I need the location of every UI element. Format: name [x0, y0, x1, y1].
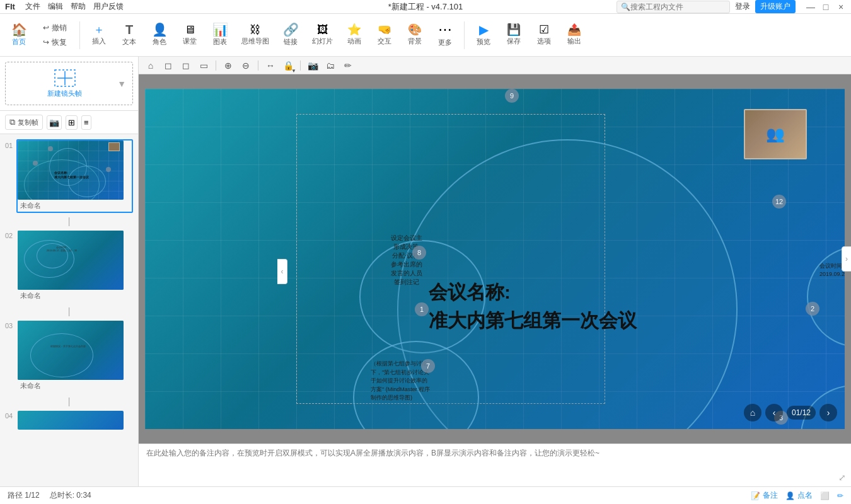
canvas-home-btn[interactable]: ⌂ [144, 59, 158, 72]
sidebar-expand-arrow[interactable]: ▼ [117, 79, 126, 89]
slide-label-02: 未命名 [18, 290, 132, 302]
canvas-edit-btn[interactable]: ✏ [341, 59, 355, 72]
canvas-toolbar-sep-2 [258, 60, 258, 71]
slide-icon: 🖼 [317, 24, 328, 35]
points-button[interactable]: 👤 点名 [785, 490, 813, 501]
screenshot-button[interactable]: 📷 [47, 115, 62, 130]
slide-thumb-02[interactable]: 会议时间:2019.09.27, 星期二 22：30 未命名 [16, 229, 133, 303]
window-title: *新建工程 - v4.7.101 [388, 1, 463, 13]
toolbar-text[interactable]: T 文本 [115, 21, 143, 49]
export-icon: 📤 [567, 24, 581, 35]
more-options-button[interactable]: ≡ [81, 115, 91, 130]
canvas-shape3-btn[interactable]: ▭ [197, 59, 211, 72]
toolbar-chart[interactable]: 📊 图表 [206, 21, 234, 49]
toolbar-redo[interactable]: ↪ 恢复 [39, 36, 71, 49]
chart-label: 图表 [213, 37, 227, 47]
sidebar-collapse-button[interactable]: ‹ [277, 259, 287, 284]
link-icon: 🔗 [283, 23, 299, 36]
text-node-7: （根据第七组参与讨论 下，"第七组初步讨论关 于如何提升讨论效率的 方案" (M… [371, 360, 453, 403]
toolbar-preview[interactable]: ▶ 预览 [470, 21, 497, 49]
toolbar-undo[interactable]: ↩ 撤销 [39, 21, 71, 35]
notes-expand-btn[interactable]: ⤢ [838, 472, 846, 483]
more-icon: ⋯ [438, 23, 452, 37]
slide-item-03[interactable]: 03 依据情况：关于第七点大会内容 未命名 [0, 317, 138, 396]
role-icon: 👤 [152, 23, 168, 36]
toolbar-classroom[interactable]: 🖥 课堂 [176, 21, 204, 49]
home-icon: 🏠 [11, 23, 27, 36]
slide-prev-btn[interactable]: ‹ [765, 404, 783, 421]
toolbar-separator-1 [79, 21, 80, 49]
maximize-button[interactable]: □ [821, 2, 831, 12]
menu-help[interactable]: 帮助 [71, 1, 86, 12]
animation-icon: ⭐ [347, 24, 361, 35]
link-label: 链接 [284, 37, 298, 47]
toolbar-role[interactable]: 👤 角色 [146, 21, 173, 49]
connector-03-04: | [0, 396, 138, 407]
classroom-icon: 🖥 [184, 24, 195, 35]
slide-nav-overlay: ⌂ ‹ 01/12 › [744, 404, 837, 421]
new-frame-label: 新建镜头帧 [47, 89, 82, 98]
circle-right-top [807, 246, 845, 347]
node-badge-7: 7 [421, 359, 435, 373]
slide-thumb-04[interactable] [16, 410, 133, 431]
toolbar-save[interactable]: 💾 保存 [500, 21, 528, 49]
toolbar-interact[interactable]: 🤜 交互 [371, 21, 398, 49]
slide-thumb-01[interactable]: 会议名称:准大内第七组第一次会议 未命名 [16, 139, 133, 213]
status-icon-1[interactable]: ⬜ [820, 491, 830, 500]
slide-item-01[interactable]: 01 会议名称:准大内第七组第一次会议 [0, 137, 138, 215]
new-frame-icon [52, 69, 78, 88]
more-label: 更多 [438, 38, 452, 47]
right-panel-collapse[interactable]: › [842, 246, 851, 272]
minimize-button[interactable]: — [806, 2, 816, 12]
slide-thumb-03[interactable]: 依据情况：关于第七点大会内容 未命名 [16, 319, 133, 393]
canvas-shape1-btn[interactable]: ◻ [161, 59, 175, 72]
close-button[interactable]: × [836, 2, 846, 12]
toolbar-insert[interactable]: ＋ 插入 [85, 21, 113, 49]
menu-edit[interactable]: 编辑 [48, 1, 63, 12]
canvas-toolbar-sep-1 [216, 60, 216, 71]
canvas-image-btn[interactable]: 🗂 [323, 59, 337, 72]
canvas-zoom-in-btn[interactable]: ⊕ [221, 59, 235, 72]
canvas-lock-btn[interactable]: 🔒 ▼ [281, 59, 295, 72]
fit-button[interactable]: ⊞ [66, 115, 78, 130]
slide-item-02[interactable]: 02 会议时间:2019.09.27, 星期二 22：30 未命名 [0, 227, 138, 306]
more-options-icon: ≡ [84, 118, 89, 127]
login-button[interactable]: 登录 [735, 1, 750, 12]
redo-label: 恢复 [52, 37, 67, 48]
status-icon-2[interactable]: ✏ [837, 491, 843, 500]
role-label: 角色 [153, 37, 166, 47]
canvas-photo-btn[interactable]: 📷 [306, 59, 320, 72]
toolbar-home[interactable]: 🏠 首页 [5, 21, 33, 49]
toolbar-slide[interactable]: 🖼 幻灯片 [307, 21, 338, 49]
toolbar-bg[interactable]: 🎨 背景 [401, 21, 429, 49]
canvas-zoom-out-btn[interactable]: ⊖ [239, 59, 253, 72]
toolbar-link[interactable]: 🔗 链接 [277, 21, 304, 49]
menu-file[interactable]: 文件 [25, 1, 40, 12]
new-frame-button[interactable]: 新建镜头帧 ▼ [5, 62, 133, 105]
notes-input[interactable] [146, 448, 843, 483]
upgrade-button[interactable]: 升级账户 [755, 0, 796, 13]
text-icon: T [125, 23, 133, 36]
status-page-info: 路径 1/12 [8, 490, 40, 501]
toolbar-select[interactable]: ☑ 选项 [530, 21, 558, 49]
canvas-shape2-btn[interactable]: ◻ [179, 59, 193, 72]
canvas-main[interactable]: 设定会议主 形成决策· 分配·议程· 参考出席的 发言的人员 签到注记 （根据第… [139, 74, 851, 444]
toolbar-mindmap[interactable]: ⛓ 思维导图 [236, 21, 274, 49]
toolbar-export[interactable]: 📤 输出 [560, 21, 588, 49]
redo-icon: ↪ [43, 38, 49, 47]
toolbar-animation[interactable]: ⭐ 动画 [340, 21, 368, 49]
slide-home-btn[interactable]: ⌂ [744, 404, 761, 421]
search-box[interactable]: 🔍 [617, 1, 730, 13]
notes-status-icon: 📝 [751, 491, 760, 500]
copy-frame-button[interactable]: ⧉ 复制帧 [5, 115, 43, 130]
canvas-align-btn[interactable]: ↔ [263, 59, 277, 72]
search-input[interactable] [630, 3, 719, 11]
points-status-label: 点名 [797, 490, 813, 501]
canvas-toolbar-sep-3 [300, 60, 301, 71]
menu-feedback[interactable]: 用户反馈 [93, 1, 124, 12]
notes-button[interactable]: 📝 备注 [751, 490, 778, 501]
toolbar-more[interactable]: ⋯ 更多 [431, 20, 459, 50]
slide-next-btn[interactable]: › [819, 404, 837, 421]
canvas-toolbar: ⌂ ◻ ◻ ▭ ⊕ ⊖ ↔ 🔒 ▼ 📷 🗂 ✏ [139, 57, 851, 74]
slide-item-04[interactable]: 04 [0, 407, 138, 433]
